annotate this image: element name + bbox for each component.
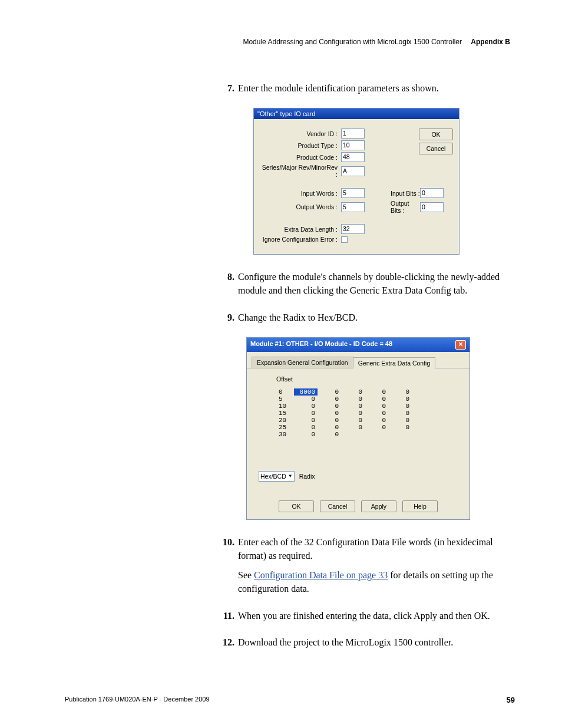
offset-cell: 15 [276, 410, 294, 417]
data-cell[interactable]: 0 [341, 388, 365, 396]
data-cell[interactable]: 0 [341, 396, 365, 403]
data-cell[interactable]: 0 [388, 410, 412, 417]
config-data-file-link[interactable]: Configuration Data File on page 33 [254, 570, 388, 580]
offset-label: Offset [276, 375, 458, 383]
output-words-label: Output Words : [259, 203, 341, 210]
data-cell[interactable]: 8000 [294, 388, 318, 396]
product-code-field[interactable]: 48 [341, 152, 365, 162]
data-cell[interactable]: 0 [365, 403, 388, 410]
data-cell [388, 431, 412, 438]
data-cell[interactable]: 0 [294, 424, 318, 431]
data-cell[interactable]: 0 [365, 424, 388, 431]
data-cell[interactable]: 0 [388, 403, 412, 410]
data-cell [365, 431, 388, 438]
header-appendix: Appendix B [471, 38, 510, 46]
output-bits-field[interactable]: 0 [420, 202, 444, 212]
series-field[interactable]: A [341, 166, 365, 176]
input-words-field[interactable]: 5 [341, 188, 365, 198]
other-type-io-card-dialog: "Other" type IO card OK Cancel Vendor ID… [253, 108, 459, 255]
dialog-titlebar: Module #1: OTHER - I/O Module - ID Code … [247, 338, 470, 352]
input-words-label: Input Words : [259, 190, 341, 197]
cancel-button[interactable]: Cancel [419, 143, 453, 154]
data-cell[interactable]: 0 [341, 424, 365, 431]
product-type-field[interactable]: 10 [341, 140, 365, 150]
offset-cell: 25 [276, 424, 294, 431]
data-cell[interactable]: 0 [294, 403, 318, 410]
help-button[interactable]: Help [402, 500, 438, 512]
ok-button[interactable]: OK [279, 500, 314, 512]
output-words-field[interactable]: 5 [341, 202, 365, 212]
radix-label: Radix [299, 473, 315, 480]
data-cell[interactable]: 0 [318, 424, 341, 431]
data-cell[interactable]: 0 [318, 396, 341, 403]
step-text-2: See Configuration Data File on page 33 f… [238, 568, 515, 595]
data-cell[interactable]: 0 [365, 396, 388, 403]
publication-info: Publication 1769-UM020A-EN-P - December … [65, 696, 210, 704]
header-title: Module Addressing and Configuration with… [243, 38, 462, 46]
data-cell[interactable]: 0 [365, 417, 388, 424]
step-number: 12. [218, 635, 234, 655]
data-cell[interactable]: 0 [341, 417, 365, 424]
data-cell[interactable]: 0 [318, 403, 341, 410]
step-number: 8. [218, 270, 234, 303]
dialog-titlebar: "Other" type IO card [254, 108, 459, 119]
radix-select[interactable]: Hex/BCD ▼ [259, 471, 295, 482]
main-content: 7. Enter the module identification param… [65, 81, 515, 655]
step-text: When you are finished entering the data,… [238, 609, 515, 622]
product-type-label: Product Type : [259, 142, 341, 149]
data-cell[interactable]: 0 [365, 410, 388, 417]
page-number: 59 [507, 696, 515, 704]
data-cell[interactable]: 0 [341, 403, 365, 410]
table-row: 500000 [276, 396, 458, 403]
page-footer: Publication 1769-UM020A-EN-P - December … [65, 696, 515, 704]
step-7: 7. Enter the module identification param… [218, 81, 515, 101]
data-cell[interactable]: 0 [294, 431, 318, 438]
step-12: 12. Download the project to the MicroLog… [218, 635, 515, 655]
step-text: Enter each of the 32 Configuration Data … [238, 535, 515, 562]
step-number: 10. [218, 535, 234, 602]
extra-data-length-label: Extra Data Length : [259, 226, 341, 233]
table-row: 1000000 [276, 403, 458, 410]
vendor-id-field[interactable]: 1 [341, 129, 365, 139]
data-cell[interactable]: 0 [388, 417, 412, 424]
data-cell[interactable]: 0 [294, 396, 318, 403]
page-header: Module Addressing and Configuration with… [65, 38, 515, 46]
dialog-title: Module #1: OTHER - I/O Module - ID Code … [250, 340, 392, 350]
product-code-label: Product Code : [259, 154, 341, 161]
step-text: Change the Radix to Hex/BCD. [238, 311, 515, 324]
ignore-config-error-label: Ignore Configuration Error : [259, 236, 341, 243]
table-row: 2500000 [276, 424, 458, 431]
ok-button[interactable]: OK [419, 129, 453, 140]
table-row: 2000000 [276, 417, 458, 424]
offset-cell: 5 [276, 396, 294, 403]
extra-data-length-field[interactable]: 32 [341, 224, 365, 234]
data-cell[interactable]: 0 [388, 388, 412, 396]
ignore-config-error-checkbox[interactable] [341, 236, 348, 243]
close-icon[interactable]: × [455, 340, 466, 350]
cancel-button[interactable]: Cancel [320, 500, 355, 512]
data-cell[interactable]: 0 [318, 417, 341, 424]
data-cell[interactable]: 0 [388, 424, 412, 431]
data-table: 0800000005000001000000150000020000002500… [276, 388, 458, 438]
data-cell[interactable]: 0 [318, 431, 341, 438]
data-cell[interactable]: 0 [341, 410, 365, 417]
offset-cell: 30 [276, 431, 294, 438]
data-cell[interactable]: 0 [294, 410, 318, 417]
step-11: 11. When you are finished entering the d… [218, 609, 515, 628]
step-number: 7. [218, 81, 234, 101]
radix-value: Hex/BCD [260, 473, 286, 480]
apply-button[interactable]: Apply [361, 500, 396, 512]
data-cell[interactable]: 0 [318, 410, 341, 417]
data-cell[interactable]: 0 [388, 396, 412, 403]
data-cell[interactable]: 0 [294, 417, 318, 424]
data-cell[interactable]: 0 [318, 388, 341, 396]
table-row: 3000 [276, 431, 458, 438]
step-text: Enter the module identification paramete… [238, 81, 515, 95]
tab-expansion-general[interactable]: Expansion General Configuration [252, 357, 353, 368]
input-bits-field[interactable]: 0 [420, 188, 444, 198]
data-cell[interactable]: 0 [365, 388, 388, 396]
step-number: 9. [218, 311, 234, 330]
tab-generic-extra-data[interactable]: Generic Extra Data Config [353, 357, 436, 368]
output-bits-label: Output Bits : [391, 200, 420, 214]
table-row: 080000000 [276, 388, 458, 396]
